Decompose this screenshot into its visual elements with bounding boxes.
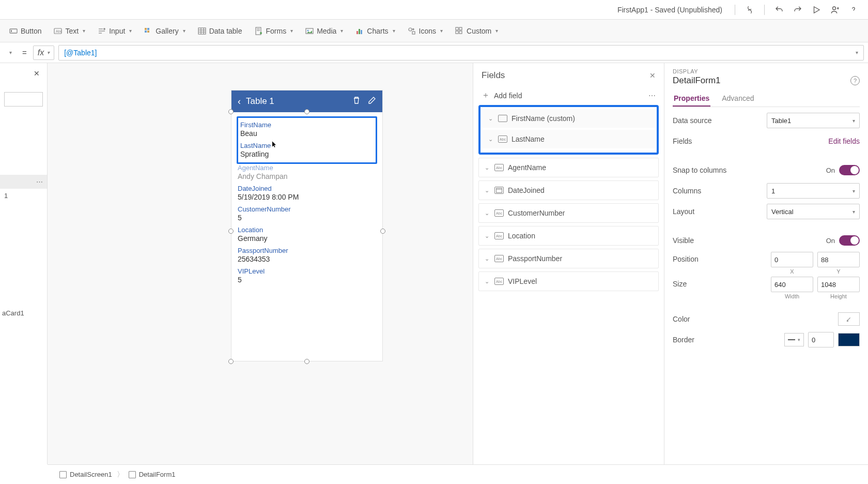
breadcrumb-label: DetailScreen1 [70, 471, 112, 478]
size-width-input[interactable]: 640 [771, 277, 813, 292]
prop-snap: Snap to columns On [673, 161, 860, 179]
selection-handle[interactable] [304, 359, 309, 364]
close-fields-icon[interactable]: ✕ [649, 71, 656, 80]
prop-label: Fields [673, 137, 828, 145]
data-source-select[interactable]: Table1 ▾ [767, 113, 860, 128]
data-card-location[interactable]: Location Germany [237, 224, 377, 245]
position-y-input[interactable]: 88 [817, 252, 860, 267]
canvas[interactable]: ‹ Table 1 FirstName Beau LastName Spr [48, 63, 473, 464]
prop-label: Layout [673, 207, 767, 216]
tab-advanced[interactable]: Advanced [721, 91, 755, 107]
redo-icon[interactable] [789, 2, 806, 18]
chevron-down-icon: ▾ [798, 337, 800, 342]
delete-icon[interactable] [352, 96, 361, 107]
play-icon[interactable] [808, 2, 825, 18]
formula-input[interactable]: [@Table1] ▾ [58, 45, 864, 61]
tree-item-selected[interactable]: ⋯ [0, 175, 47, 189]
field-item-passportnumber[interactable]: ⌄ Abc PassportNumber [478, 249, 659, 268]
border-style-select[interactable]: ▾ [784, 333, 804, 346]
field-item-customernumber[interactable]: ⌄ Abc CustomerNumber [478, 203, 659, 223]
edit-fields-link[interactable]: Edit fields [828, 137, 860, 145]
data-card-lastname[interactable]: LastName Spratling [239, 140, 375, 160]
prop-label: Position [673, 252, 771, 263]
prop-label: Border [673, 336, 784, 344]
field-list: ⌄ FirstName (custom) ⌄ Abc LastName ⌄ Ab… [473, 105, 664, 294]
tree-item-label: aCard1 [2, 309, 24, 317]
more-icon[interactable]: ⋯ [648, 92, 656, 100]
selection-handle[interactable] [380, 229, 385, 234]
back-icon[interactable]: ‹ [238, 96, 241, 107]
more-icon[interactable]: ⋯ [36, 178, 43, 186]
selection-handle[interactable] [228, 359, 234, 364]
field-name: LastName [512, 135, 545, 143]
tree-item-card[interactable]: aCard1 [0, 306, 47, 320]
form-body: FirstName Beau LastName Spratling AgentN… [231, 112, 382, 290]
data-card-agentname[interactable]: AgentName Andy Champan [237, 162, 377, 183]
forms-label: Forms [266, 27, 287, 35]
breadcrumb-form[interactable]: DetailForm1 [123, 468, 181, 481]
data-card-customernumber[interactable]: CustomerNumber 5 [237, 203, 377, 224]
svg-rect-2 [11, 30, 12, 32]
position-x-input[interactable]: 0 [771, 252, 813, 267]
fx-button[interactable]: fx ▾ [33, 46, 54, 60]
visible-toggle[interactable] [839, 235, 860, 246]
insert-text[interactable]: Abc Text ▾ [49, 24, 90, 38]
add-field-button[interactable]: ＋ Add field [482, 90, 522, 101]
highlighted-cards: FirstName Beau LastName Spratling [237, 116, 377, 164]
color-picker[interactable] [838, 312, 860, 326]
svg-rect-13 [198, 28, 206, 34]
edit-icon[interactable] [368, 96, 376, 107]
insert-forms[interactable]: Forms ▾ [250, 24, 299, 38]
data-card-firstname[interactable]: FirstName Beau [239, 119, 375, 140]
insert-data-table[interactable]: Data table [193, 24, 247, 38]
data-card-passportnumber[interactable]: PassportNumber 25634353 [237, 245, 377, 265]
tree-search-input[interactable] [4, 92, 43, 107]
phone-frame[interactable]: ‹ Table 1 FirstName Beau LastName Spr [231, 90, 383, 361]
svg-rect-26 [361, 30, 362, 34]
svg-rect-34 [497, 188, 502, 193]
border-width-input[interactable]: 0 [808, 332, 834, 347]
data-card-datejoined[interactable]: DateJoined 5/19/2019 8:00 PM [237, 183, 377, 203]
selection-handle[interactable] [228, 229, 234, 234]
insert-button[interactable]: Button [4, 24, 47, 38]
tab-properties[interactable]: Properties [673, 91, 710, 107]
field-item-agentname[interactable]: ⌄ Abc AgentName [478, 158, 659, 177]
insert-icons[interactable]: + Icons ▾ [402, 24, 448, 38]
border-color-picker[interactable] [838, 333, 860, 346]
close-tree-icon[interactable]: ✕ [30, 67, 43, 80]
snap-toggle[interactable] [839, 165, 860, 175]
share-icon[interactable] [827, 2, 843, 18]
app-checker-icon[interactable] [741, 2, 758, 18]
field-item-viplevel[interactable]: ⌄ Abc VIPLevel [478, 271, 659, 291]
insert-custom[interactable]: Custom ▾ [450, 24, 503, 38]
selection-handle[interactable] [228, 109, 234, 114]
data-card-viplevel[interactable]: VIPLevel 5 [237, 265, 377, 286]
layout-select[interactable]: Vertical ▾ [767, 204, 860, 219]
text-label: Text [65, 27, 79, 35]
tree-item[interactable]: 1 [0, 189, 47, 203]
field-item-firstname[interactable]: ⌄ FirstName (custom) [483, 109, 655, 128]
insert-input[interactable]: Input ▾ [92, 24, 137, 38]
field-item-datejoined[interactable]: ⌄ DateJoined [478, 180, 659, 200]
chevron-down-icon: ⌄ [487, 115, 494, 122]
prop-visible: Visible On [673, 231, 860, 250]
undo-icon[interactable] [771, 2, 787, 18]
chevron-down-icon: ▾ [83, 28, 85, 34]
help-icon[interactable]: ? [850, 76, 860, 85]
help-icon[interactable] [845, 2, 862, 18]
card-label: LastName [240, 142, 374, 149]
field-item-location[interactable]: ⌄ Abc Location [478, 226, 659, 246]
property-selector[interactable]: ▾ [4, 48, 16, 57]
insert-media[interactable]: Media ▾ [300, 24, 348, 38]
columns-select[interactable]: 1 ▾ [767, 183, 860, 199]
chevron-down-icon: ⌄ [483, 233, 490, 239]
abc-type-icon: Abc [494, 164, 504, 171]
svg-point-27 [409, 28, 412, 31]
field-item-lastname[interactable]: ⌄ Abc LastName [483, 130, 655, 148]
breadcrumb-screen[interactable]: DetailScreen1 [54, 468, 118, 481]
insert-charts[interactable]: Charts ▾ [350, 24, 400, 38]
icons-label: Icons [419, 27, 436, 35]
selection-handle[interactable] [304, 109, 309, 114]
insert-gallery[interactable]: Gallery ▾ [139, 24, 190, 38]
size-height-input[interactable]: 1048 [817, 277, 860, 292]
